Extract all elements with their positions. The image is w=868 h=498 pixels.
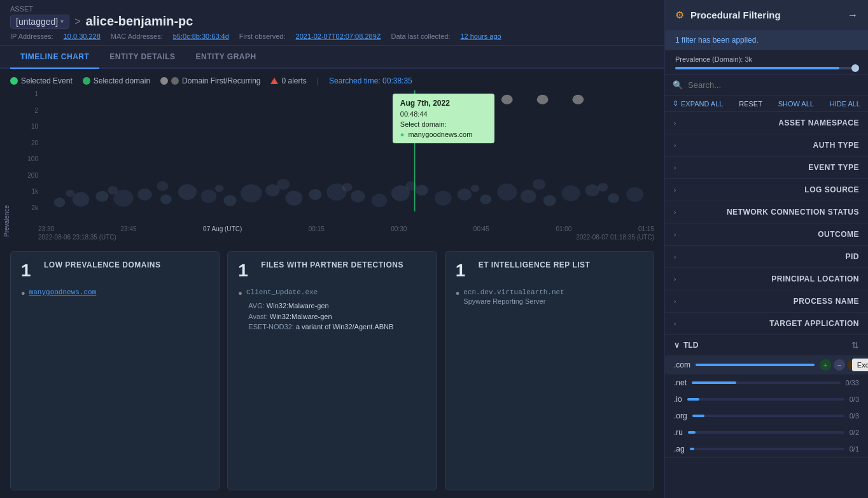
- svg-point-15: [372, 194, 388, 207]
- alerts-icon: [270, 78, 278, 84]
- legend-domain-first: Domain First/Recurring: [182, 76, 260, 85]
- et-domain: ecn.dev.virtualearth.net: [463, 288, 564, 296]
- filter-item-outcome: › OUTCOME: [665, 224, 868, 246]
- filter-item-principal-location: › PRINCIPAL LOCATION: [665, 268, 868, 290]
- card-count-2: 1: [238, 260, 253, 281]
- page-title: alice-benjamin-pc: [86, 14, 193, 29]
- breadcrumb: >: [74, 16, 80, 27]
- show-all-button[interactable]: SHOW ALL: [778, 99, 814, 108]
- data-collected-value[interactable]: 12 hours ago: [460, 32, 501, 40]
- ip-address[interactable]: 10.0.30.228: [64, 32, 101, 40]
- tld-exclude-icon[interactable]: −: [834, 359, 845, 371]
- legend-selected-event: Selected Event: [21, 76, 73, 85]
- header: ASSET [untagged] ▾ > alice-benjamin-pc I…: [0, 0, 664, 46]
- svg-point-42: [537, 95, 549, 104]
- y-axis-label: Prevalence: [3, 205, 10, 237]
- svg-point-24: [562, 185, 580, 201]
- slider-thumb: [851, 64, 859, 72]
- svg-point-5: [160, 194, 172, 204]
- data-collected-label: Data last collected:: [391, 32, 450, 40]
- svg-point-26: [608, 194, 619, 203]
- chevron-right-icon: ›: [674, 253, 676, 260]
- svg-point-17: [416, 185, 428, 196]
- bullet-icon: ●: [21, 289, 25, 297]
- rp-filter-applied: 1 filter has been applied.: [665, 31, 868, 50]
- et-detail: Spyware Reporting Server: [463, 297, 564, 305]
- tab-entity-details[interactable]: ENTITY DETAILS: [99, 46, 185, 69]
- filter-label: TARGET APPLICATION: [769, 319, 859, 328]
- chevron-right-icon: ›: [674, 164, 676, 171]
- svg-point-8: [223, 195, 236, 206]
- svg-point-18: [435, 191, 452, 206]
- filters-list: › ASSET NAMESPACE › AUTH TYPE › EVENT TY…: [665, 112, 868, 498]
- hide-all-button[interactable]: HIDE ALL: [830, 99, 860, 108]
- tld-row-com: .com + − ● Exclude Others: [665, 355, 868, 374]
- list-item: ● Client_Update.exe: [238, 288, 426, 297]
- card-count-1: 1: [21, 260, 36, 281]
- prevalence-label: Prevalence (Domain): 3k: [675, 55, 858, 63]
- tld-include-icon[interactable]: +: [820, 359, 831, 371]
- expand-all-button[interactable]: ⇕ EXPAND ALL: [673, 99, 723, 108]
- tld-row-net: .net 0/33: [665, 374, 868, 391]
- tld-reset-icon[interactable]: ● Exclude Others: [848, 359, 859, 371]
- chart-tooltip: Aug 7th, 2022 00:48:44 Select domain: ● …: [393, 94, 494, 143]
- search-input[interactable]: [688, 80, 860, 90]
- filter-label: OUTCOME: [818, 230, 859, 239]
- filter-label: AUTH TYPE: [813, 141, 859, 150]
- ip-label: IP Addresses:: [10, 32, 53, 40]
- selected-domain-icon: [83, 77, 90, 85]
- chart-svg: [38, 90, 649, 211]
- date-start: 2022-08-06 23:18:35 (UTC): [38, 234, 116, 241]
- svg-point-9: [241, 184, 262, 203]
- domain-link[interactable]: manygoodnews.com: [29, 288, 97, 296]
- tld-name: .ag: [674, 445, 685, 453]
- list-item: ● ecn.dev.virtualearth.net Spyware Repor…: [456, 288, 643, 305]
- rp-search: 🔍: [665, 75, 868, 96]
- chevron-right-icon: ›: [674, 298, 676, 305]
- x-axis-dates: 2022-08-06 23:18:35 (UTC) 2022-08-07 01:…: [38, 232, 654, 242]
- svg-point-20: [480, 194, 491, 204]
- chevron-right-icon: ›: [674, 209, 676, 216]
- chevron-right-icon: ›: [674, 142, 676, 149]
- tld-count: 0/1: [850, 445, 859, 453]
- card-count-3: 1: [456, 260, 471, 281]
- chevron-right-icon: ›: [674, 187, 676, 194]
- tooltip-label: Select domain:: [400, 120, 487, 128]
- chevron-right-icon: ›: [674, 120, 676, 127]
- svg-point-36: [533, 179, 545, 190]
- svg-point-31: [215, 185, 223, 192]
- tld-bar: [687, 398, 844, 401]
- tab-entity-graph[interactable]: ENTITY GRAPH: [186, 46, 267, 69]
- x-axis-labels: 23:30 23:45 07 Aug (UTC) 00:15 00:30 00:…: [38, 224, 654, 232]
- tld-sort-icon[interactable]: ⇅: [851, 340, 859, 350]
- first-observed-value[interactable]: 2021-02-07T02:07:08.289Z: [296, 32, 381, 40]
- tld-row-io: .io 0/3: [665, 391, 868, 408]
- mac-address[interactable]: b5:0c:8b:30:63:4d: [173, 32, 229, 40]
- filter-label: PROCESS NAME: [794, 297, 859, 306]
- rp-controls: ⇕ EXPAND ALL RESET SHOW ALL HIDE ALL: [665, 96, 868, 112]
- filter-item-target-application: › TARGET APPLICATION: [665, 313, 868, 335]
- svg-point-32: [277, 179, 290, 190]
- cards-section: 1 LOW PREVALENCE DOMAINS ● manygoodnews.…: [0, 243, 664, 498]
- tooltip-date: Aug 7th, 2022: [400, 99, 487, 108]
- file-name: Client_Update.exe: [246, 288, 318, 296]
- right-panel: ⚙ Procedural Filtering → 1 filter has be…: [664, 0, 868, 498]
- selected-event-icon: [10, 77, 18, 85]
- svg-point-22: [521, 190, 536, 203]
- timeline-legend: Selected Event Selected domain Domain Fi…: [0, 69, 664, 90]
- exclude-tooltip: Exclude Others: [852, 359, 868, 371]
- tab-timeline[interactable]: TIMELINE CHART: [10, 46, 99, 69]
- tld-bar: [690, 448, 844, 450]
- reset-button[interactable]: RESET: [739, 99, 762, 108]
- rp-arrow-icon[interactable]: →: [848, 10, 858, 21]
- asset-tag[interactable]: [untagged] ▾: [10, 15, 69, 29]
- tld-chevron-down-icon: ∨: [674, 341, 680, 350]
- filter-label: EVENT TYPE: [808, 163, 859, 172]
- card-title-1: LOW PREVALENCE DOMAINS: [44, 260, 160, 271]
- tld-name: .net: [674, 378, 687, 387]
- tld-name: .ru: [674, 428, 683, 437]
- prevalence-slider[interactable]: [675, 67, 858, 69]
- svg-point-28: [66, 190, 74, 197]
- svg-point-1: [73, 192, 90, 207]
- filter-label: ASSET NAMESPACE: [778, 118, 859, 127]
